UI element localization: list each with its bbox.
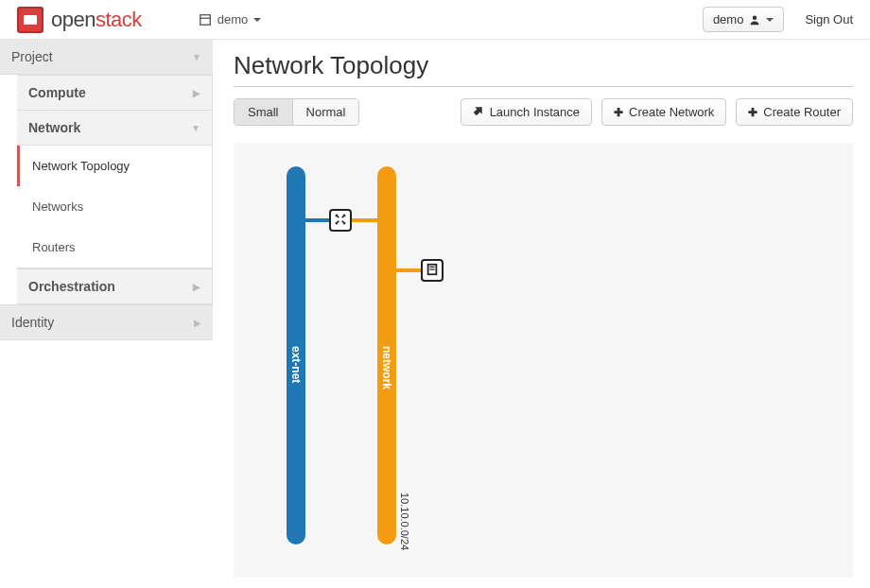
sidebar-group-label: Network [28,120,80,135]
network-bar-ext-net[interactable]: ext-net [287,166,305,545]
chevron-down-icon: ▼ [191,123,200,133]
sidebar-section-label: Project [11,49,53,64]
sidebar-item-label: Network Topology [32,159,130,173]
page-title: Network Topology [234,51,853,87]
sidebar-group-compute[interactable]: Compute ▶ [17,75,213,111]
main-content: Network Topology Small Normal Launch Ins… [213,40,870,588]
link-router-extnet [305,218,331,222]
view-mode-normal[interactable]: Normal [292,99,359,125]
chevron-down-icon: ▼ [192,52,201,62]
sidebar-item-routers[interactable]: Routers [17,227,212,268]
sidebar-group-label: Orchestration [28,279,115,294]
project-selector-label: demo [218,12,249,26]
view-mode-toggle: Small Normal [234,98,359,126]
project-selector[interactable]: demo [199,12,262,26]
subnet-label: 10.10.0.0/24 [399,493,410,550]
network-label: ext-net [289,346,303,383]
button-label: Create Router [763,105,841,119]
view-mode-small[interactable]: Small [235,99,292,125]
chevron-right-icon: ▶ [193,88,200,98]
brand-mark-icon [17,7,44,33]
sidebar-group-label: Compute [28,85,86,100]
link-router-network [352,218,377,222]
router-node[interactable] [329,209,352,232]
caret-down-icon [766,18,774,22]
instance-node[interactable] [421,259,444,282]
button-label: Create Network [629,105,714,119]
sign-out-link[interactable]: Sign Out [805,12,853,26]
svg-rect-0 [200,14,211,25]
create-router-button[interactable]: ✚ Create Router [736,98,853,126]
sidebar-item-label: Routers [32,240,76,254]
user-menu-label: demo [713,12,744,26]
chevron-right-icon: ▶ [194,318,201,328]
plus-icon: ✚ [748,106,757,119]
network-label: network [380,346,393,389]
button-label: Launch Instance [490,105,580,119]
router-icon [334,213,347,229]
sidebar-group-network[interactable]: Network ▼ [17,111,213,146]
brand-logo[interactable]: openstack [17,7,142,33]
create-network-button[interactable]: ✚ Create Network [601,98,726,126]
chevron-right-icon: ▶ [193,282,200,292]
sidebar-item-label: Networks [32,199,83,214]
sidebar-group-orchestration[interactable]: Orchestration ▶ [17,268,213,304]
brand-text: openstack [51,8,142,32]
toolbar: Small Normal Launch Instance ✚ Create Ne… [234,98,853,126]
svg-point-2 [753,15,757,20]
sidebar-section-project[interactable]: Project ▼ [0,40,213,75]
cube-icon [199,13,212,26]
launch-icon [473,105,484,119]
link-instance-network [396,268,423,272]
plus-icon: ✚ [614,106,623,119]
sidebar-item-network-topology[interactable]: Network Topology [17,146,212,186]
user-icon [749,14,760,26]
user-menu[interactable]: demo [703,7,785,32]
topology-canvas: ext-net network 10.10.0.0/24 [234,143,853,578]
sidebar-section-label: Identity [11,315,54,330]
sidebar-item-networks[interactable]: Networks [17,186,212,227]
sidebar-section-identity[interactable]: Identity ▶ [0,304,213,340]
server-icon [426,263,439,279]
network-bar-network[interactable]: network [377,166,396,545]
launch-instance-button[interactable]: Launch Instance [461,98,592,126]
sidebar: Project ▼ Compute ▶ Network ▼ Network To… [0,40,213,588]
caret-down-icon [253,18,261,22]
